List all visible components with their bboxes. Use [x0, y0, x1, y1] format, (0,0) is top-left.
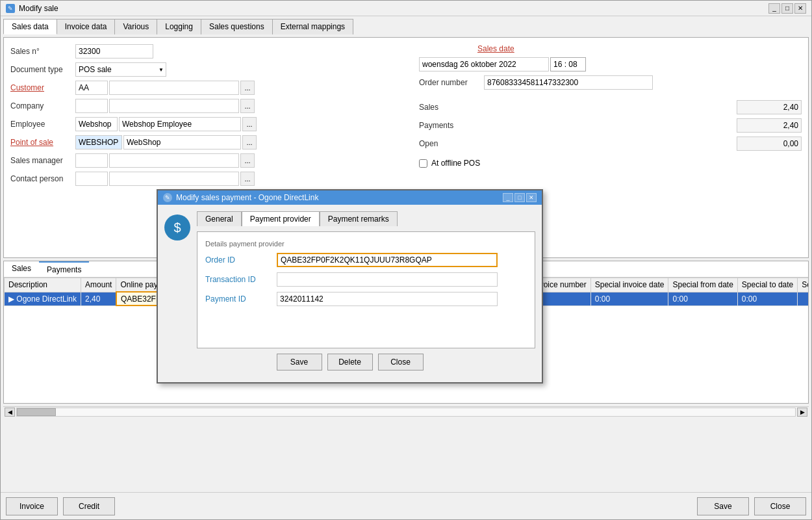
pos-name-input[interactable]	[123, 135, 241, 150]
customer-ellipsis-button[interactable]: ...	[240, 81, 255, 95]
modal-save-button[interactable]: Save	[277, 354, 322, 370]
open-amount-row: Open 0,00	[419, 136, 802, 151]
modal-tab-payment-remarks[interactable]: Payment remarks	[320, 211, 398, 226]
employee-code-input[interactable]	[75, 117, 118, 131]
modal-tab-payment-provider[interactable]: Payment provider	[242, 211, 320, 226]
tab-various[interactable]: Various	[114, 19, 157, 34]
tab-external-mappings[interactable]: External mappings	[272, 19, 353, 34]
company-ellipsis-button[interactable]: ...	[240, 99, 255, 113]
contact-person-name-input[interactable]	[109, 172, 239, 186]
sales-date-select[interactable]: woensdag 26 oktober 2022	[419, 57, 549, 72]
sales-manager-code-input[interactable]	[75, 153, 108, 168]
restore-button[interactable]: □	[781, 3, 793, 14]
open-label: Open	[419, 139, 471, 148]
offline-pos-checkbox[interactable]	[419, 159, 427, 168]
sales-date-wrapper: woensdag 26 oktober 2022	[419, 57, 549, 72]
main-tab-bar: Sales data Invoice data Various Logging …	[3, 19, 809, 34]
tab-invoice-data[interactable]: Invoice data	[57, 19, 116, 34]
sales-manager-name-input[interactable]	[109, 153, 239, 168]
offline-pos-label: At offline POS	[431, 159, 480, 168]
modal-close-button-bottom[interactable]: Close	[378, 354, 424, 370]
company-label: Company	[10, 101, 75, 110]
modal-close-button[interactable]: ✕	[526, 193, 537, 202]
tab-sales-bottom[interactable]: Sales	[4, 261, 39, 277]
open-value: 0,00	[737, 136, 802, 151]
tab-sales-questions[interactable]: Sales questions	[201, 19, 273, 34]
modal-tab-general[interactable]: General	[197, 211, 242, 226]
modify-sales-payment-modal: ✎ Modify sales payment - Ogone DirectLin…	[157, 189, 543, 384]
col-header-special-to-date: Special to date	[737, 278, 797, 292]
modal-title-controls: _ □ ✕	[503, 193, 537, 202]
point-of-sale-label[interactable]: Point of sale	[10, 138, 75, 147]
modal-title-left: ✎ Modify sales payment - Ogone DirectLin…	[163, 193, 318, 202]
modal-restore-button[interactable]: □	[514, 193, 525, 202]
payments-label: Payments	[419, 121, 471, 130]
app-icon: ✎	[6, 4, 15, 13]
employee-ellipsis-button[interactable]: ...	[242, 117, 257, 131]
credit-button[interactable]: Credit	[63, 497, 115, 515]
contact-person-label: Contact person	[10, 174, 75, 183]
modal-body: $ General Payment provider Payment remar…	[158, 205, 542, 382]
order-id-input[interactable]	[277, 253, 498, 267]
tab-sales-data[interactable]: Sales data	[3, 19, 57, 34]
tab-logging[interactable]: Logging	[157, 19, 201, 34]
row-special-from-date: 0:00	[668, 292, 737, 306]
payments-amount-row: Payments 2,40	[419, 118, 802, 133]
document-type-select[interactable]: POS sale	[75, 62, 166, 77]
employee-label: Employee	[10, 120, 75, 129]
order-id-row: Order ID	[205, 253, 527, 267]
horizontal-scrollbar[interactable]: ◀ ▶	[3, 406, 809, 417]
scroll-thumb[interactable]	[17, 408, 56, 416]
row-scan	[798, 292, 808, 306]
close-button[interactable]: Close	[754, 497, 806, 515]
pos-code-input[interactable]	[75, 135, 122, 150]
modal-delete-button[interactable]: Delete	[327, 354, 373, 370]
col-header-special-from-date: Special from date	[668, 278, 737, 292]
modal-title-text: Modify sales payment - Ogone DirectLink	[176, 193, 318, 202]
company-name-input[interactable]	[109, 99, 239, 113]
col-header-special-invoice-date: Special invoice date	[590, 278, 668, 292]
save-button[interactable]: Save	[697, 497, 749, 515]
modal-dollar-icon: $	[164, 214, 190, 240]
document-type-wrapper: POS sale ▼	[75, 62, 166, 77]
row-amount: 2,40	[81, 292, 116, 306]
minimize-button[interactable]: _	[768, 3, 780, 14]
sales-manager-ellipsis-button[interactable]: ...	[240, 153, 255, 168]
customer-label[interactable]: Customer	[10, 83, 75, 92]
scroll-right-arrow[interactable]: ▶	[797, 408, 807, 417]
tab-payments-bottom[interactable]: Payments	[39, 261, 89, 277]
order-number-input[interactable]	[484, 75, 653, 90]
row-special-invoice-date: 0:00	[590, 292, 668, 306]
sales-amount-row: Sales 2,40	[419, 100, 802, 114]
company-code-input[interactable]	[75, 99, 108, 113]
col-header-description: Description	[5, 278, 81, 292]
title-bar: ✎ Modify sale	[6, 4, 58, 13]
modal-section-title: Details payment provider	[205, 240, 527, 248]
payment-id-input[interactable]	[277, 292, 498, 306]
pos-ellipsis-button[interactable]: ...	[242, 135, 257, 150]
close-window-button[interactable]: ✕	[794, 3, 806, 14]
sales-date-label[interactable]: Sales date	[477, 44, 514, 53]
footer-left-buttons: Invoice Credit	[6, 497, 115, 515]
modal-tab-content: Details payment provider Order ID Transa…	[197, 231, 535, 348]
modal-content-area: General Payment provider Payment remarks…	[197, 211, 535, 348]
order-id-label: Order ID	[205, 255, 277, 265]
payment-id-row: Payment ID	[205, 292, 527, 306]
transaction-id-input[interactable]	[277, 272, 498, 287]
contact-person-code-input[interactable]	[75, 172, 108, 186]
employee-name-input[interactable]	[119, 117, 241, 131]
sales-value: 2,40	[737, 100, 802, 114]
scroll-left-arrow[interactable]: ◀	[5, 408, 15, 417]
invoice-button[interactable]: Invoice	[6, 497, 58, 515]
contact-person-ellipsis-button[interactable]: ...	[240, 172, 255, 186]
customer-name-input[interactable]	[109, 81, 239, 95]
sales-n-input[interactable]	[75, 44, 153, 58]
scroll-track[interactable]	[16, 408, 796, 417]
modal-minimize-button[interactable]: _	[503, 193, 513, 202]
modal-tab-bar: General Payment provider Payment remarks	[197, 211, 535, 226]
sales-time-input[interactable]	[550, 57, 586, 72]
customer-code-input[interactable]	[75, 81, 108, 95]
modal-title-bar: ✎ Modify sales payment - Ogone DirectLin…	[158, 190, 542, 205]
modal-footer: Save Delete Close	[164, 348, 535, 376]
transaction-id-row: Transaction ID	[205, 272, 527, 287]
